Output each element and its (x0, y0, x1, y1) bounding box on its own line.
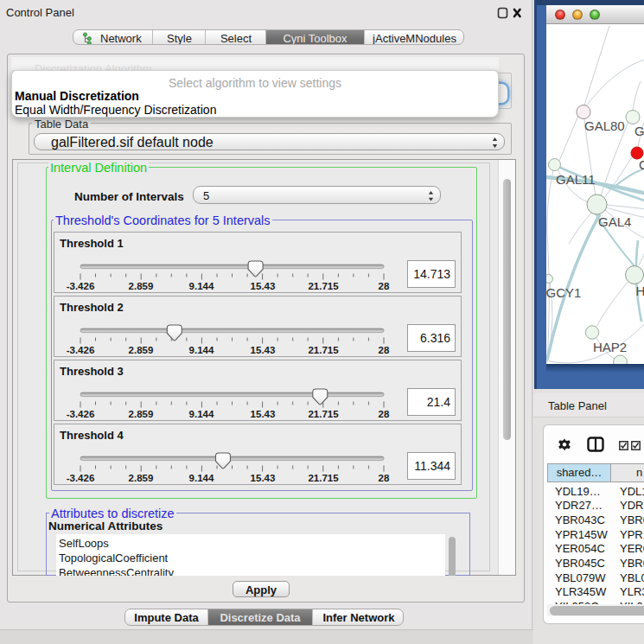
svg-text:H: H (636, 284, 644, 298)
svg-text:GA: GA (634, 124, 644, 138)
svg-text:GAL4: GAL4 (598, 214, 631, 229)
svg-text:GAL80: GAL80 (584, 118, 625, 133)
svg-text:GAL11: GAL11 (556, 172, 596, 187)
svg-text:HAP2: HAP2 (593, 340, 627, 354)
svg-text:C: C (639, 157, 644, 172)
svg-text:GCY1: GCY1 (546, 285, 581, 300)
